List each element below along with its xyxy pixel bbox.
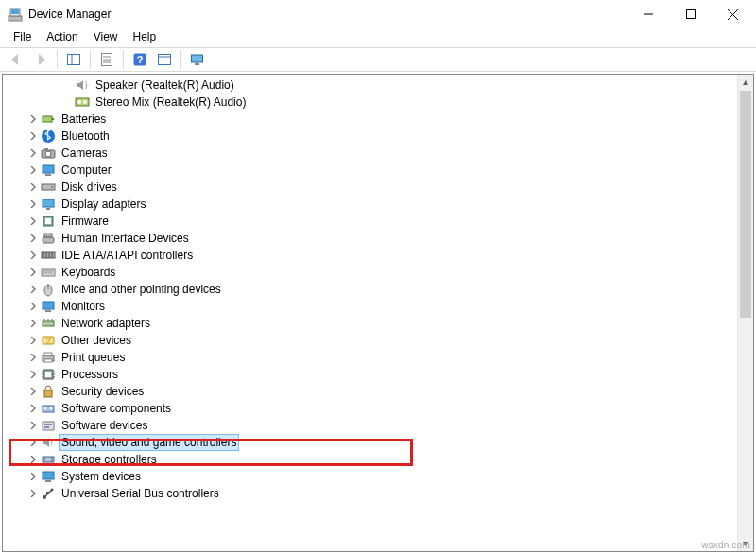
expander-icon[interactable] bbox=[26, 163, 41, 178]
tree-item-label: Print queues bbox=[60, 350, 127, 365]
display-devices-button[interactable] bbox=[186, 49, 209, 70]
titlebar: Device Manager bbox=[0, 0, 756, 28]
tree-item[interactable]: System devices bbox=[3, 468, 737, 485]
properties-button[interactable] bbox=[95, 49, 118, 70]
expander-icon[interactable] bbox=[26, 435, 41, 450]
svg-rect-73 bbox=[44, 424, 52, 425]
tree-item[interactable]: Software components bbox=[3, 400, 737, 417]
expander-icon[interactable] bbox=[26, 265, 41, 280]
svg-rect-2 bbox=[11, 9, 19, 14]
expander-icon[interactable] bbox=[26, 384, 41, 399]
tree-item[interactable]: Network adapters bbox=[3, 315, 737, 332]
device-tree[interactable]: Speaker (Realtek(R) Audio)Stereo Mix (Re… bbox=[3, 75, 737, 551]
tree-item[interactable]: Keyboards bbox=[3, 264, 737, 281]
expander-icon[interactable] bbox=[26, 197, 41, 212]
expander-icon[interactable] bbox=[26, 299, 41, 314]
expander-icon[interactable] bbox=[26, 486, 41, 501]
expander-icon[interactable] bbox=[26, 418, 41, 433]
svg-rect-22 bbox=[43, 116, 52, 122]
minimize-button[interactable] bbox=[627, 0, 669, 28]
cpu-icon bbox=[41, 367, 56, 382]
tree-item[interactable]: Print queues bbox=[3, 349, 737, 366]
tree-item[interactable]: Bluetooth bbox=[3, 128, 737, 145]
expander-icon[interactable] bbox=[26, 401, 41, 416]
computer-icon bbox=[41, 163, 56, 178]
tree-item-label: Processors bbox=[60, 367, 120, 382]
sound-icon bbox=[41, 435, 56, 450]
tree-item[interactable]: ?Other devices bbox=[3, 332, 737, 349]
maximize-button[interactable] bbox=[669, 0, 712, 28]
close-button[interactable] bbox=[712, 0, 754, 28]
tree-item[interactable]: Human Interface Devices bbox=[3, 230, 737, 247]
expander-icon[interactable] bbox=[26, 112, 41, 127]
svg-rect-27 bbox=[44, 148, 48, 150]
expander-icon bbox=[60, 95, 75, 110]
expander-icon[interactable] bbox=[26, 350, 41, 365]
show-hide-console-button[interactable] bbox=[62, 49, 85, 70]
window-title: Device Manager bbox=[28, 8, 111, 21]
network-icon bbox=[41, 316, 56, 331]
svg-rect-18 bbox=[195, 63, 199, 65]
tree-item-label: Software devices bbox=[60, 418, 149, 433]
tree-item[interactable]: Universal Serial Bus controllers bbox=[3, 485, 737, 502]
tree-item[interactable]: IDE ATA/ATAPI controllers bbox=[3, 247, 737, 264]
tree-item-label: Firmware bbox=[60, 214, 111, 229]
expander-icon[interactable] bbox=[26, 214, 41, 229]
tree-item[interactable]: Disk drives bbox=[3, 179, 737, 196]
scan-hardware-button[interactable] bbox=[153, 49, 176, 70]
svg-rect-72 bbox=[43, 422, 54, 430]
svg-rect-50 bbox=[45, 310, 51, 312]
back-button[interactable] bbox=[5, 49, 27, 70]
storage-icon bbox=[41, 452, 56, 467]
tree-item[interactable]: Mice and other pointing devices bbox=[3, 281, 737, 298]
menu-help[interactable]: Help bbox=[126, 28, 164, 45]
tree-item[interactable]: Stereo Mix (Realtek(R) Audio) bbox=[3, 94, 737, 111]
expander-icon[interactable] bbox=[26, 469, 41, 484]
svg-point-83 bbox=[51, 489, 54, 492]
toolbar: ? bbox=[0, 47, 756, 72]
disk-icon bbox=[41, 180, 56, 195]
tree-item-label: Security devices bbox=[60, 384, 146, 399]
expander-icon[interactable] bbox=[26, 129, 41, 144]
svg-point-21 bbox=[83, 100, 87, 104]
tree-item[interactable]: Sound, video and game controllers bbox=[3, 434, 737, 451]
toolbar-separator bbox=[123, 50, 124, 69]
vertical-scrollbar[interactable] bbox=[737, 75, 753, 551]
expander-icon[interactable] bbox=[26, 282, 41, 297]
tree-item[interactable]: Speaker (Realtek(R) Audio) bbox=[3, 77, 737, 94]
help-button[interactable]: ? bbox=[129, 49, 151, 70]
svg-rect-15 bbox=[159, 55, 171, 65]
tree-item[interactable]: Batteries bbox=[3, 111, 737, 128]
tree-item[interactable]: Firmware bbox=[3, 213, 737, 230]
expander-icon[interactable] bbox=[26, 367, 41, 382]
svg-rect-17 bbox=[192, 55, 203, 62]
tree-item-label: Batteries bbox=[60, 112, 108, 127]
expander-icon[interactable] bbox=[26, 146, 41, 161]
scroll-thumb[interactable] bbox=[740, 91, 751, 318]
tree-item[interactable]: Software devices bbox=[3, 417, 737, 434]
expander-icon[interactable] bbox=[26, 248, 41, 263]
tree-item[interactable]: Processors bbox=[3, 366, 737, 383]
tree-item[interactable]: Storage controllers bbox=[3, 451, 737, 468]
menu-view[interactable]: View bbox=[86, 28, 126, 45]
tree-item[interactable]: Display adapters bbox=[3, 196, 737, 213]
expander-icon[interactable] bbox=[26, 231, 41, 246]
tree-item[interactable]: Monitors bbox=[3, 298, 737, 315]
expander-icon[interactable] bbox=[26, 180, 41, 195]
svg-text:?: ? bbox=[137, 54, 144, 65]
tree-item[interactable]: Computer bbox=[3, 162, 737, 179]
menu-action[interactable]: Action bbox=[39, 28, 85, 45]
scroll-up-button[interactable] bbox=[738, 75, 753, 91]
forward-button[interactable] bbox=[29, 49, 52, 70]
tree-item[interactable]: Cameras bbox=[3, 145, 737, 162]
expander-icon[interactable] bbox=[26, 333, 41, 348]
tree-item[interactable]: Security devices bbox=[3, 383, 737, 400]
tree-item-label: Keyboards bbox=[60, 265, 117, 280]
expander-icon bbox=[60, 78, 75, 93]
tree-item-label: Cameras bbox=[60, 146, 110, 161]
expander-icon[interactable] bbox=[26, 452, 41, 467]
tree-item-label: Sound, video and game controllers bbox=[60, 435, 238, 450]
expander-icon[interactable] bbox=[26, 316, 41, 331]
svg-rect-33 bbox=[46, 208, 50, 210]
menu-file[interactable]: File bbox=[6, 28, 39, 45]
